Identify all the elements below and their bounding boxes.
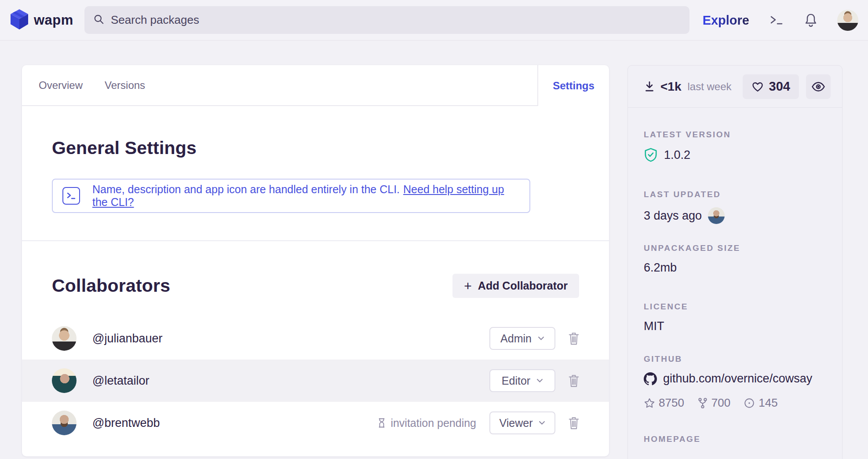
search-icon: [93, 14, 105, 27]
unpackaged-size-section: UNPACKAGED SIZE 6.2mb: [644, 243, 826, 275]
eye-icon: [811, 81, 825, 92]
cli-note-text: Name, description and app icon are handl…: [92, 183, 520, 209]
terminal-icon[interactable]: [769, 14, 784, 26]
search-bar: [84, 6, 689, 34]
delete-collaborator-button[interactable]: [568, 416, 580, 430]
role-dropdown[interactable]: Viewer: [489, 411, 555, 434]
collaborator-row: @julianbauer Admin: [22, 317, 609, 360]
chevron-down-icon: [539, 421, 545, 425]
package-info-sidebar: <1k last week 304 LATEST VERSION: [627, 65, 842, 459]
top-navbar: wapm Explore: [0, 0, 868, 40]
user-avatar[interactable]: [837, 10, 858, 31]
like-button[interactable]: 304: [743, 74, 799, 99]
navbar-actions: Explore: [703, 0, 858, 40]
homepage-section: HOMEPAGE: [644, 434, 826, 444]
delete-collaborator-button[interactable]: [568, 331, 580, 345]
chevron-down-icon: [536, 378, 543, 383]
shield-check-icon: [644, 147, 658, 162]
delete-collaborator-button[interactable]: [568, 374, 580, 388]
general-settings-heading: General Settings: [52, 138, 579, 158]
github-stats: 8750 700 145: [644, 396, 826, 410]
general-settings-section: General Settings Name, description and a…: [22, 106, 609, 213]
page: wapm Explore: [0, 0, 868, 459]
hourglass-icon: [378, 418, 385, 428]
section-divider: [22, 240, 609, 241]
last-updated-label: LAST UPDATED: [644, 190, 826, 199]
tab-bar: Overview Versions Settings: [22, 65, 609, 106]
collaborator-avatar: [52, 326, 77, 351]
updater-avatar[interactable]: [708, 207, 725, 224]
homepage-label: HOMEPAGE: [644, 434, 826, 444]
github-repo-url: github.com/overnice/cowsay: [663, 372, 812, 386]
issue-icon: [744, 397, 755, 409]
wapm-cube-icon: [10, 9, 29, 32]
star-icon: [644, 397, 655, 409]
package-settings-card: Overview Versions Settings General Setti…: [22, 65, 609, 456]
collaborator-row: @brentwebb invitation pending Viewer: [22, 402, 609, 444]
package-stats-row: <1k last week 304: [628, 66, 842, 108]
tab-overview[interactable]: Overview: [39, 79, 83, 92]
latest-version-value: 1.0.2: [664, 148, 690, 162]
brand-logo[interactable]: wapm: [10, 9, 73, 32]
collaborator-handle: @brentwebb: [92, 416, 160, 430]
trash-icon: [568, 416, 580, 430]
last-updated-value: 3 days ago: [644, 209, 702, 223]
github-issues: 145: [744, 396, 777, 410]
plus-icon: +: [464, 279, 472, 293]
collaborators-list: @julianbauer Admin @letatailor: [22, 317, 609, 444]
trash-icon: [568, 331, 580, 345]
cli-terminal-icon: [62, 187, 80, 205]
bell-icon[interactable]: [804, 12, 818, 28]
collaborator-avatar: [52, 368, 77, 393]
invitation-pending-status: invitation pending: [378, 417, 476, 430]
chevron-down-icon: [538, 336, 544, 341]
heart-icon: [751, 81, 764, 92]
github-icon: [644, 372, 657, 386]
tab-versions[interactable]: Versions: [105, 79, 145, 92]
collaborators-heading: Collaborators: [52, 275, 170, 296]
github-forks: 700: [697, 396, 730, 410]
unpackaged-size-value: 6.2mb: [644, 261, 677, 275]
tab-settings[interactable]: Settings: [537, 65, 609, 106]
tab-group: Overview Versions: [22, 65, 537, 106]
fork-icon: [697, 397, 708, 409]
collaborator-handle: @letatailor: [92, 374, 149, 388]
explore-link[interactable]: Explore: [703, 13, 749, 28]
collaborators-header: Collaborators + Add Collaborator: [22, 274, 609, 298]
github-stars: 8750: [644, 396, 684, 410]
licence-section: LICENCE MIT: [644, 302, 826, 333]
trash-icon: [568, 374, 580, 388]
collaborator-row: @letatailor Editor: [22, 360, 609, 402]
role-dropdown[interactable]: Editor: [489, 369, 555, 392]
latest-version-section: LATEST VERSION 1.0.2: [644, 130, 826, 162]
tab-settings-label: Settings: [553, 80, 594, 92]
download-icon: [644, 81, 655, 93]
licence-value: MIT: [644, 319, 664, 333]
collaborator-handle: @julianbauer: [92, 332, 163, 345]
downloads-period: last week: [688, 81, 732, 93]
unpackaged-size-label: UNPACKAGED SIZE: [644, 243, 826, 253]
brand-name: wapm: [34, 12, 73, 28]
like-count: 304: [769, 79, 790, 94]
watch-button[interactable]: [806, 74, 831, 99]
search-input[interactable]: [111, 13, 681, 27]
github-section: GITHUB github.com/overnice/cowsay: [644, 354, 826, 410]
licence-label: LICENCE: [644, 302, 826, 312]
latest-version-label: LATEST VERSION: [644, 130, 826, 140]
sidebar-sections: LATEST VERSION 1.0.2 LAST UPDATED 3 days…: [628, 130, 842, 444]
add-collaborator-button[interactable]: + Add Collaborator: [452, 274, 579, 298]
collaborator-avatar: [52, 411, 77, 435]
last-updated-section: LAST UPDATED 3 days ago: [644, 190, 826, 224]
downloads-stat: <1k last week: [644, 80, 743, 94]
github-label: GITHUB: [644, 354, 826, 364]
cli-info-box: Name, description and app icon are handl…: [52, 179, 530, 213]
downloads-count: <1k: [660, 80, 682, 94]
role-dropdown[interactable]: Admin: [489, 327, 555, 350]
github-repo-link[interactable]: github.com/overnice/cowsay: [644, 372, 812, 386]
